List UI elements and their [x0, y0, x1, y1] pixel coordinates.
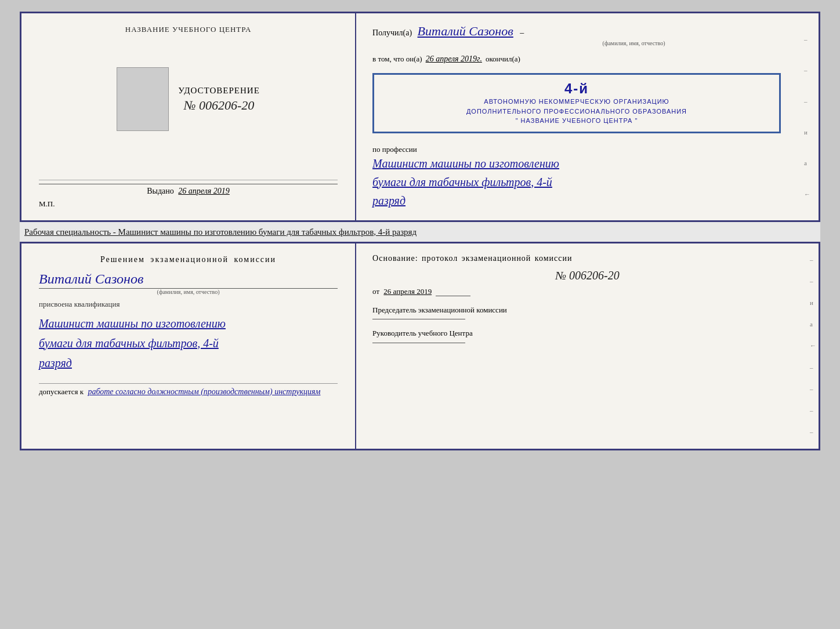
bottom-side-marks: – – и а ← – – – – [808, 243, 819, 449]
ot-label: от [372, 287, 379, 296]
stamp-line2: ДОПОЛНИТЕЛЬНОГО ПРОФЕССИОНАЛЬНОГО ОБРАЗО… [385, 107, 769, 117]
mp-label: М.П. [39, 199, 338, 209]
vydano-date: 26 апреля 2019 [178, 187, 229, 195]
rukovoditel-block: Руководитель учебного Центра [372, 328, 802, 343]
cert-top-right: Получил(а) Виталий Сазонов – (фамилия, и… [356, 13, 819, 220]
protokol-num: № 006206-20 [372, 269, 802, 282]
cert-bottom-left: Решением экзаменационной комиссии Витали… [21, 243, 356, 449]
udostoverenie-block: УДОСТОВЕРЕНИЕ № 006206-20 [117, 67, 260, 143]
cert-bottom: Решением экзаменационной комиссии Витали… [20, 242, 820, 450]
vtom-line: в том, что он(а) 26 апреля 2019г. окончи… [372, 54, 802, 64]
profession-line2: бумаги для табачных фильтров, 4-й [372, 173, 802, 191]
name-block: Виталий Сазонов (фамилия, имя, отчество) [39, 271, 338, 295]
fio-label-top: (фамилия, имя, отчество) [465, 40, 802, 46]
photo-placeholder [117, 67, 169, 131]
poluchil-line: Получил(а) Виталий Сазонов – [372, 24, 802, 39]
prisvoena-label: присвоена квалификация [39, 300, 338, 309]
predsedatel-label: Председатель экзаменационной комиссии [372, 304, 802, 316]
kvalif-line3: разряд [39, 353, 338, 373]
kvalif-block: Машинист машины по изготовлению бумаги д… [39, 314, 338, 373]
profession-line3: разряд [372, 191, 802, 210]
udostoverenie-label: УДОСТОВЕРЕНИЕ [178, 86, 260, 96]
poluchil-label: Получил(а) [372, 28, 412, 37]
kvalif-line1: Машинист машины по изготовлению [39, 314, 338, 333]
cert-number: № 006206-20 [184, 98, 255, 112]
cert-top-left: НАЗВАНИЕ УЧЕБНОГО ЦЕНТРА УДОСТОВЕРЕНИЕ №… [21, 13, 356, 220]
rukovoditel-signature-line [372, 343, 465, 343]
bottom-name: Виталий Сазонов [39, 271, 338, 289]
side-marks-right: – – – и а ← [804, 24, 810, 210]
middle-text: Рабочая специальность - Машинист машины … [22, 223, 419, 241]
ot-date: 26 апреля 2019 [383, 287, 432, 296]
fio-label-bottom: (фамилия, имя, отчество) [39, 289, 338, 295]
dopuskaetsya-line: допускается к работе согласно должностны… [39, 383, 338, 397]
reshenie-title: Решением экзаменационной комиссии [39, 255, 338, 264]
profession-line1: Машинист машины по изготовлению [372, 154, 802, 173]
vydano-label: Выдано [147, 187, 174, 195]
vtom-prefix: в том, что он(а) [372, 54, 422, 64]
middle-text-bar: Рабочая специальность - Машинист машины … [20, 222, 820, 242]
stamp-number: 4-й [385, 81, 769, 97]
stamp-block: 4-й АВТОНОМНУЮ НЕКОММЕРЧЕСКУЮ ОРГАНИЗАЦИ… [372, 73, 781, 133]
osnovanie-title: Основание: протокол экзаменационной коми… [372, 254, 802, 263]
vydano-line: Выдано 26 апреля 2019 [39, 184, 338, 196]
stamp-line3: " НАЗВАНИЕ УЧЕБНОГО ЦЕНТРА " [385, 116, 769, 126]
ot-dash [436, 296, 470, 296]
cert-bottom-right: Основание: протокол экзаменационной коми… [356, 243, 819, 449]
rukovoditel-label: Руководитель учебного Центра [372, 328, 802, 339]
dopusk-prefix: допускается к [39, 387, 84, 396]
vtom-date: 26 апреля 2019г. [426, 54, 482, 64]
predsedatel-signature-line [372, 319, 465, 319]
ot-line: от 26 апреля 2019 [372, 287, 802, 296]
po-professii-label: по профессии [372, 145, 802, 154]
recipient-name: Виталий Сазонов [418, 24, 513, 38]
stamp-line1: АВТОНОМНУЮ НЕКОММЕРЧЕСКУЮ ОРГАНИЗАЦИЮ [385, 97, 769, 107]
document-container: НАЗВАНИЕ УЧЕБНОГО ЦЕНТРА УДОСТОВЕРЕНИЕ №… [20, 12, 820, 450]
predsedatel-block: Председатель экзаменационной комиссии [372, 304, 802, 320]
dopusk-text: работе согласно должностным (производств… [88, 387, 320, 396]
section-title-top: НАЗВАНИЕ УЧЕБНОГО ЦЕНТРА [125, 25, 251, 34]
kvalif-line2: бумаги для табачных фильтров, 4-й [39, 333, 338, 353]
okonchil-label: окончил(а) [486, 54, 520, 64]
cert-top: НАЗВАНИЕ УЧЕБНОГО ЦЕНТРА УДОСТОВЕРЕНИЕ №… [20, 12, 820, 222]
